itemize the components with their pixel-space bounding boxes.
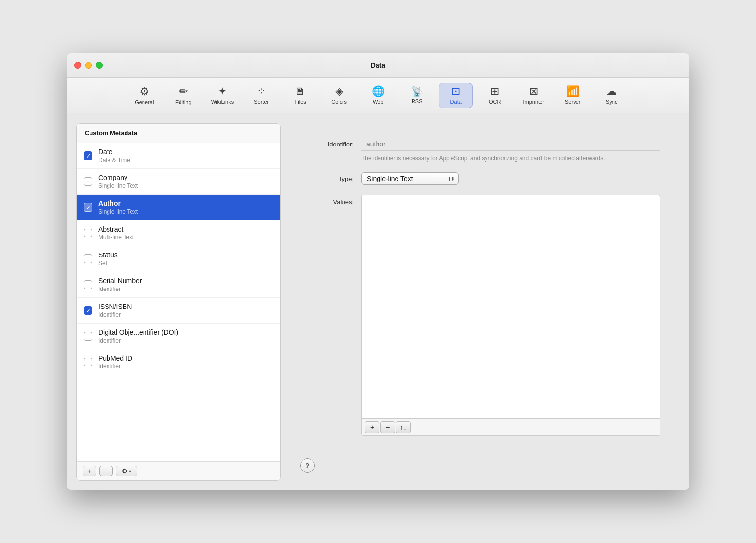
item-name-status: Status	[98, 251, 118, 259]
type-label: Type:	[310, 172, 354, 182]
remove-item-button[interactable]: −	[99, 466, 113, 476]
toolbar-item-imprinter[interactable]: ⊠ Imprinter	[517, 83, 551, 108]
type-select-wrapper: Single-line Text Multi-line Text Date & …	[361, 172, 459, 185]
toolbar-label-ocr: OCR	[489, 99, 501, 105]
toolbar-label-server: Server	[565, 99, 580, 105]
values-add-button[interactable]: +	[365, 421, 379, 433]
toolbar-item-colors[interactable]: ◈ Colors	[322, 83, 356, 108]
checkbox-company[interactable]	[84, 177, 92, 186]
checkbox-status[interactable]	[84, 254, 92, 263]
list-item-date[interactable]: ✓ Date Date & Time	[77, 143, 280, 169]
main-content: Custom Metadata ✓ Date Date & Time Compa…	[67, 113, 689, 490]
help-area: ?	[290, 451, 680, 481]
maximize-button[interactable]	[96, 62, 103, 69]
metadata-list: ✓ Date Date & Time Company Single-line T…	[77, 143, 280, 461]
wikilinks-icon: ✦	[218, 86, 227, 97]
list-item-doi[interactable]: Digital Obje...entifier (DOI) Identifier	[77, 324, 280, 349]
gear-icon: ⚙	[122, 467, 128, 475]
checkbox-doi[interactable]	[84, 332, 92, 341]
item-type-company: Single-line Text	[98, 182, 138, 189]
list-item-serial-number[interactable]: Serial Number Identifier	[77, 272, 280, 298]
item-name-serial-number: Serial Number	[98, 277, 142, 285]
web-icon: 🌐	[372, 86, 385, 97]
toolbar-item-general[interactable]: ⚙ General	[127, 83, 162, 108]
item-name-date: Date	[98, 148, 130, 156]
panel-header: Custom Metadata	[77, 124, 280, 143]
checkbox-pubmed[interactable]	[84, 358, 92, 366]
titlebar: Data	[67, 53, 689, 78]
data-icon: ⊡	[451, 86, 460, 97]
toolbar-label-sync: Sync	[606, 99, 617, 105]
toolbar-label-files: Files	[295, 99, 306, 105]
add-item-button[interactable]: +	[83, 466, 96, 476]
values-remove-button[interactable]: −	[380, 421, 395, 433]
help-button[interactable]: ?	[300, 458, 315, 473]
values-label: Values:	[310, 195, 354, 436]
app-window: Data ⚙ General ✏ Editing ✦ WikiLinks ⁘ S…	[67, 53, 689, 490]
identifier-helper: The identifier is necessary for AppleScr…	[361, 154, 660, 163]
list-item-status[interactable]: Status Set	[77, 246, 280, 272]
values-toolbar: + − ↑↓	[362, 418, 660, 435]
item-name-abstract: Abstract	[98, 225, 134, 233]
right-panel: Identifier: The identifier is necessary …	[290, 123, 680, 481]
list-item-issn-isbn[interactable]: ✓ ISSN/ISBN Identifier	[77, 298, 280, 324]
identifier-label: Identifier:	[310, 138, 354, 148]
window-title: Data	[371, 61, 385, 69]
toolbar-item-data[interactable]: ⊡ Data	[439, 83, 473, 108]
checkbox-abstract[interactable]	[84, 229, 92, 237]
values-sort-button[interactable]: ↑↓	[396, 421, 411, 433]
form-area: Identifier: The identifier is necessary …	[290, 123, 680, 451]
toolbar-item-server[interactable]: 📶 Server	[556, 83, 590, 108]
sync-icon: ☁	[606, 86, 617, 97]
toolbar-label-wikilinks: WikiLinks	[211, 99, 234, 105]
values-row: Values: + − ↑↓	[310, 195, 660, 436]
toolbar: ⚙ General ✏ Editing ✦ WikiLinks ⁘ Sorter…	[67, 78, 689, 113]
traffic-lights	[74, 62, 103, 69]
close-button[interactable]	[74, 62, 81, 69]
toolbar-item-ocr[interactable]: ⊞ OCR	[478, 83, 512, 108]
toolbar-item-sorter[interactable]: ⁘ Sorter	[244, 83, 278, 108]
item-type-author: Single-line Text	[98, 208, 138, 215]
item-name-issn-isbn: ISSN/ISBN	[98, 303, 132, 310]
toolbar-label-data: Data	[450, 99, 462, 105]
values-container: + − ↑↓	[361, 195, 660, 436]
left-panel: Custom Metadata ✓ Date Date & Time Compa…	[76, 123, 281, 481]
identifier-field: The identifier is necessary for AppleScr…	[361, 138, 660, 163]
toolbar-label-web: Web	[373, 99, 383, 105]
chevron-down-icon: ▾	[129, 469, 131, 474]
item-type-abstract: Multi-line Text	[98, 234, 134, 241]
toolbar-item-editing[interactable]: ✏ Editing	[166, 83, 200, 108]
item-type-status: Set	[98, 260, 118, 267]
checkbox-date[interactable]: ✓	[84, 151, 92, 160]
item-type-date: Date & Time	[98, 157, 130, 163]
identifier-input[interactable]	[361, 138, 660, 151]
checkbox-issn-isbn[interactable]: ✓	[84, 306, 92, 315]
list-item-abstract[interactable]: Abstract Multi-line Text	[77, 220, 280, 246]
toolbar-label-general: General	[135, 99, 154, 105]
rss-icon: 📡	[411, 87, 423, 96]
list-item-pubmed[interactable]: PubMed ID Identifier	[77, 349, 280, 375]
list-item-company[interactable]: Company Single-line Text	[77, 169, 280, 195]
item-type-issn-isbn: Identifier	[98, 311, 132, 318]
item-name-author: Author	[98, 199, 138, 207]
toolbar-item-files[interactable]: 🗎 Files	[283, 83, 317, 108]
item-type-serial-number: Identifier	[98, 286, 142, 292]
ocr-icon: ⊞	[490, 86, 499, 97]
minimize-button[interactable]	[85, 62, 92, 69]
checkbox-author[interactable]: ✓	[84, 203, 92, 212]
item-name-pubmed: PubMed ID	[98, 354, 132, 362]
panel-bottom-bar: + − ⚙ ▾	[77, 461, 280, 480]
imprinter-icon: ⊠	[529, 86, 538, 97]
toolbar-item-wikilinks[interactable]: ✦ WikiLinks	[205, 83, 239, 108]
type-select[interactable]: Single-line Text Multi-line Text Date & …	[361, 172, 459, 185]
item-name-company: Company	[98, 174, 138, 181]
type-row: Type: Single-line Text Multi-line Text D…	[310, 172, 660, 185]
list-item-author[interactable]: ✓ Author Single-line Text	[77, 195, 280, 220]
gear-settings-button[interactable]: ⚙ ▾	[116, 466, 137, 476]
values-textarea[interactable]	[362, 195, 660, 418]
toolbar-item-web[interactable]: 🌐 Web	[361, 83, 395, 108]
toolbar-item-sync[interactable]: ☁ Sync	[594, 83, 629, 108]
toolbar-item-rss[interactable]: 📡 RSS	[400, 84, 434, 107]
item-name-doi: Digital Obje...entifier (DOI)	[98, 328, 178, 336]
checkbox-serial-number[interactable]	[84, 280, 92, 289]
